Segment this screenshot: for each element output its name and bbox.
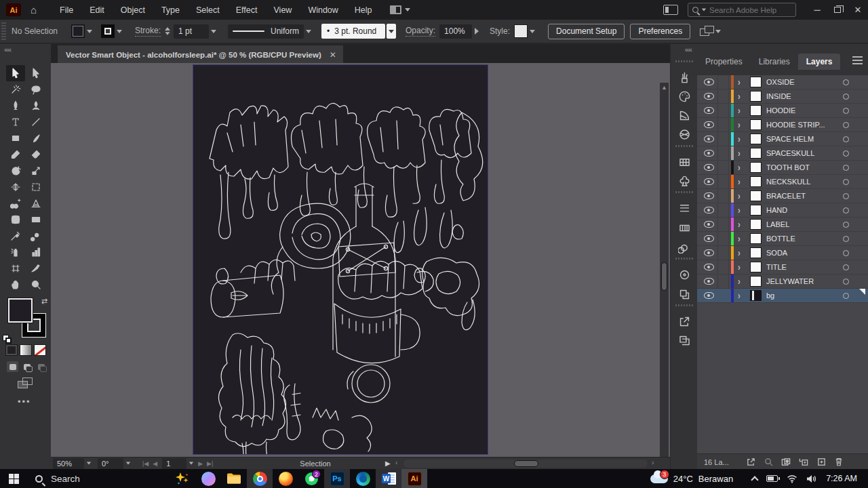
- restore-button[interactable]: [827, 0, 848, 20]
- paintbrush-tool[interactable]: [26, 130, 45, 146]
- panel-menu-icon[interactable]: [852, 56, 863, 64]
- edge-icon[interactable]: [350, 469, 376, 488]
- layer-row-hand[interactable]: ›HAND: [697, 203, 868, 218]
- opacity-field[interactable]: 100%: [439, 24, 472, 39]
- target-circle-icon[interactable]: [843, 207, 849, 214]
- export-panel-icon[interactable]: [675, 312, 693, 330]
- visibility-eye-icon[interactable]: [704, 178, 714, 185]
- curvature-tool[interactable]: [26, 98, 45, 114]
- menu-edit[interactable]: Edit: [81, 2, 113, 18]
- graphic-styles-panel-icon[interactable]: [675, 285, 693, 303]
- fill-color-swatch[interactable]: [71, 24, 85, 38]
- layer-thumbnail[interactable]: [750, 219, 762, 230]
- target-circle-icon[interactable]: [843, 136, 849, 142]
- width-tool[interactable]: [6, 179, 25, 195]
- layer-row-neckskull[interactable]: ›NECKSKULL: [697, 175, 868, 189]
- artboard[interactable]: [193, 65, 488, 454]
- preferences-button[interactable]: Preferences: [630, 24, 690, 39]
- make-mask-icon[interactable]: [777, 455, 795, 469]
- layer-row-oxside[interactable]: ›OXSIDE: [697, 75, 868, 89]
- file-explorer-icon[interactable]: [221, 469, 247, 488]
- expand-chevron-icon[interactable]: ›: [738, 190, 741, 201]
- brushes-panel-icon[interactable]: [675, 68, 693, 86]
- layer-row-bg[interactable]: ›bg: [697, 289, 868, 303]
- draw-behind-mode[interactable]: [21, 361, 33, 372]
- taskbar-search[interactable]: Search: [35, 474, 151, 484]
- width-profile-chevron[interactable]: [304, 24, 313, 38]
- fill-proxy[interactable]: [8, 298, 33, 323]
- start-button[interactable]: [0, 469, 27, 488]
- minimize-button[interactable]: ─: [807, 0, 827, 20]
- expand-chevron-icon[interactable]: ›: [738, 219, 741, 230]
- target-circle-icon[interactable]: [843, 279, 849, 285]
- brush-chevron[interactable]: [387, 24, 396, 39]
- lasso-tool[interactable]: [26, 81, 45, 98]
- visibility-eye-icon[interactable]: [704, 107, 714, 114]
- visibility-eye-icon[interactable]: [704, 207, 714, 214]
- symbols-panel-icon[interactable]: [675, 172, 693, 190]
- perspective-grid-tool[interactable]: [26, 195, 45, 211]
- collapse-dock-icon[interactable]: ««: [685, 45, 692, 54]
- rectangle-tool[interactable]: [6, 130, 25, 146]
- close-tab-icon[interactable]: ✕: [330, 50, 336, 60]
- default-fill-stroke-icon[interactable]: [3, 335, 12, 344]
- layer-thumbnail[interactable]: [750, 162, 762, 173]
- draw-inside-mode[interactable]: [35, 361, 47, 372]
- expand-chevron-icon[interactable]: ›: [738, 233, 741, 244]
- dock-drag-handle[interactable]: [675, 258, 693, 260]
- menu-file[interactable]: File: [52, 2, 81, 18]
- opacity-label[interactable]: Opacity:: [406, 26, 435, 37]
- horizontal-scrollbar[interactable]: [403, 460, 648, 468]
- illustrator-taskbar-icon[interactable]: Ai: [401, 469, 427, 488]
- help-search-input[interactable]: [709, 6, 784, 14]
- align-icon[interactable]: [700, 26, 713, 37]
- layer-name[interactable]: TOOTH BOT: [766, 163, 810, 171]
- wifi-icon[interactable]: [787, 474, 797, 483]
- expand-chevron-icon[interactable]: ›: [738, 205, 741, 216]
- stroke-color-swatch[interactable]: [101, 24, 115, 38]
- screen-mode-button[interactable]: [18, 378, 33, 388]
- layer-thumbnail[interactable]: [750, 176, 762, 187]
- eyedropper-tool[interactable]: [6, 228, 25, 244]
- eraser-tool[interactable]: [26, 146, 45, 163]
- next-artboard-icon[interactable]: ▶: [198, 460, 203, 467]
- target-circle-icon[interactable]: [843, 264, 849, 270]
- illustrator-app-icon[interactable]: Ai: [6, 3, 21, 16]
- selection-tool[interactable]: [6, 65, 25, 81]
- target-circle-icon[interactable]: [843, 293, 849, 299]
- expand-chevron-icon[interactable]: ›: [738, 262, 741, 272]
- color-button[interactable]: [5, 344, 18, 356]
- style-swatch[interactable]: [514, 24, 528, 38]
- color-guide-panel-icon[interactable]: [675, 106, 693, 124]
- color-panel-icon[interactable]: [675, 87, 693, 105]
- blend-tool[interactable]: [26, 228, 45, 244]
- layer-thumbnail[interactable]: [750, 134, 762, 144]
- layer-thumbnail[interactable]: [750, 148, 762, 159]
- artboard-tool[interactable]: [6, 260, 25, 277]
- visibility-eye-icon[interactable]: [704, 79, 714, 85]
- target-circle-icon[interactable]: [843, 79, 849, 85]
- layer-name[interactable]: BRACELET: [766, 192, 806, 200]
- new-layer-icon[interactable]: [812, 455, 830, 469]
- layer-name[interactable]: LABEL: [766, 220, 789, 228]
- expand-chevron-icon[interactable]: ›: [738, 148, 741, 159]
- edit-toolbar-dots[interactable]: •••: [18, 396, 31, 407]
- hscroll-right-icon[interactable]: ›: [652, 459, 654, 466]
- target-circle-icon[interactable]: [843, 222, 849, 228]
- visibility-eye-icon[interactable]: [704, 93, 714, 100]
- prev-artboard-icon[interactable]: ◀: [153, 460, 157, 467]
- target-circle-icon[interactable]: [843, 250, 849, 256]
- menu-type[interactable]: Type: [153, 2, 188, 18]
- symbol-sprayer-tool[interactable]: [6, 244, 25, 260]
- target-circle-icon[interactable]: [843, 94, 849, 100]
- expand-chevron-icon[interactable]: ›: [738, 176, 741, 187]
- shape-builder-tool[interactable]: [6, 195, 25, 211]
- target-circle-icon[interactable]: [843, 108, 849, 114]
- layer-row-bracelet[interactable]: ›BRACELET: [697, 189, 868, 203]
- layer-name[interactable]: SPACESKULL: [766, 149, 814, 157]
- layer-row-label[interactable]: ›LABEL: [697, 218, 868, 232]
- expand-chevron-icon[interactable]: ›: [738, 105, 741, 116]
- layer-thumbnail[interactable]: [750, 205, 762, 216]
- expand-chevron-icon[interactable]: ›: [738, 247, 741, 258]
- direct-selection-tool[interactable]: [26, 65, 45, 81]
